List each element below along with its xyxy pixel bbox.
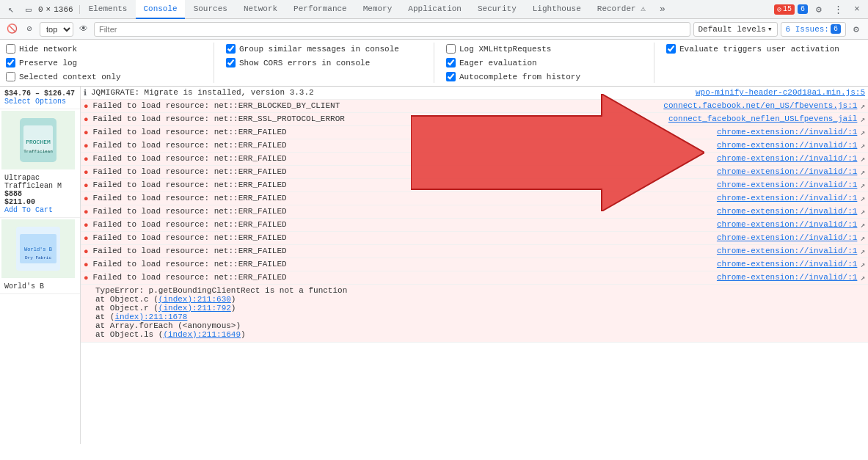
clear-console-button[interactable]: 🚫 [4,22,19,37]
link-icon-5[interactable]: ↗ [860,154,865,164]
log-xml-checkbox[interactable] [446,44,456,54]
tab-sources[interactable]: Sources [186,0,235,19]
cursor-icon[interactable]: ↖ [3,1,19,18]
link-icon-13[interactable]: ↗ [860,260,865,269]
stack-trace-line-1: at Object.c ((index):211:630) [95,295,865,304]
console-row-err-10: ● Failed to load resource: net::ERR_FAIL… [81,219,868,232]
tab-elements[interactable]: Elements [81,0,135,19]
tab-recorder[interactable]: Recorder ⚠ [590,0,653,19]
console-toolbar: 🚫 ⊘ top 👁 Default levels ▾ 6 Issues: 6 ⚙ [0,19,868,40]
console-row-err-3: ● Failed to load resource: net::ERR_FAIL… [81,126,868,139]
product-image-1: PROCHEM Trafficlean [1,111,75,169]
svg-text:Trafficlean: Trafficlean [23,149,53,154]
err-source-9[interactable]: chrome-extension://invalid/:1 [717,207,857,216]
more-tabs-button[interactable]: » [654,1,671,18]
filter-input[interactable] [94,22,690,37]
selected-context-label[interactable]: Selected context only [19,73,121,81]
tab-security[interactable]: Security [470,0,524,19]
eval-triggers-label[interactable]: Evaluate triggers user activation [679,45,839,54]
tab-memory[interactable]: Memory [356,0,400,19]
link-icon-10[interactable]: ↗ [860,220,865,230]
show-cors-label[interactable]: Show CORS errors in console [239,59,370,67]
issues-button[interactable]: 6 Issues: 6 [781,22,846,37]
eager-eval-checkbox[interactable] [446,58,456,67]
link-icon-6[interactable]: ↗ [860,167,865,177]
link-icon-12[interactable]: ↗ [860,247,865,256]
console-row-err-6: ● Failed to load resource: net::ERR_FAIL… [81,166,868,179]
message-badge[interactable]: 6 [798,4,808,14]
err-message-8: Failed to load resource: net::ERR_FAILED [93,194,717,202]
link-icon-14[interactable]: ↗ [860,273,865,282]
autocomplete-checkbox[interactable] [446,72,456,81]
select-options-button[interactable]: Select Options [4,98,76,106]
eye-icon[interactable]: 👁 [76,22,91,37]
link-icon-1[interactable]: ↗ [860,101,865,111]
options-divider-3 [654,43,654,83]
group-similar-checkbox[interactable] [226,44,236,54]
log-xml-label[interactable]: Log XMLHttpRequests [459,45,551,54]
err-source-10[interactable]: chrome-extension://invalid/:1 [717,220,857,229]
hide-network-label[interactable]: Hide network [19,45,77,54]
show-cors-checkbox[interactable] [226,58,236,67]
err-source-7[interactable]: chrome-extension://invalid/:1 [717,180,857,189]
selected-context-option: Selected context only [6,70,202,83]
err-message-4: Failed to load resource: net::ERR_FAILED [93,141,717,150]
tab-performance[interactable]: Performance [286,0,354,19]
close-devtools-button[interactable]: × [849,1,865,18]
stack-link-2[interactable]: (index):211:792 [158,304,231,313]
err-source-8[interactable]: chrome-extension://invalid/:1 [717,194,857,202]
group-similar-label[interactable]: Group similar messages in console [239,45,399,54]
preserve-log-checkbox[interactable] [6,58,15,67]
err-source-12[interactable]: chrome-extension://invalid/:1 [717,247,857,255]
facebook-source[interactable]: connect.facebook.net/en_US/fbevents.js:1 [663,101,857,110]
filter-toggle-button[interactable]: ⊘ [22,22,37,37]
err-source-13[interactable]: chrome-extension://invalid/:1 [717,260,857,269]
link-icon-11[interactable]: ↗ [860,233,865,243]
product-price-2: $888 [4,190,76,198]
product-name-1: Ultrapac Trafficlean M [4,174,76,190]
message-count: 6 [800,5,805,13]
add-cart-button[interactable]: Add To Cart [4,206,76,214]
tab-lighthouse[interactable]: Lighthouse [525,0,588,19]
tab-console[interactable]: Console [136,0,184,19]
more-options-icon[interactable]: ⋮ [830,1,846,18]
tab-network[interactable]: Network [236,0,285,19]
stack-link-3[interactable]: index):211:1678 [114,313,187,321]
link-icon-9[interactable]: ↗ [860,207,865,216]
console-area: ℹ JQMIGRATE: Migrate is installed, versi… [81,87,868,444]
mobile-icon[interactable]: ▭ [21,1,37,18]
svg-text:World's B: World's B [24,247,52,252]
eager-eval-option: Eager evaluation [446,56,642,69]
error-icon-10: ● [84,221,89,230]
settings-icon[interactable]: ⚙ [811,1,827,18]
link-icon-7[interactable]: ↗ [860,180,865,190]
error-badge[interactable]: ⊘ 15 [774,4,795,15]
err-source-3[interactable]: chrome-extension://invalid/:1 [717,128,857,136]
link-icon-2[interactable]: ↗ [860,114,865,124]
tab-application[interactable]: Application [401,0,469,19]
selected-context-checkbox[interactable] [6,72,15,81]
err-source-6[interactable]: chrome-extension://invalid/:1 [717,167,857,176]
link-icon-3[interactable]: ↗ [860,128,865,137]
error-icon-14: ● [84,274,89,282]
jqmigrate-source[interactable]: wpo-minify-header-c20d18a1.min.js:5 [696,88,865,97]
err-source-14[interactable]: chrome-extension://invalid/:1 [717,273,857,282]
link-icon-8[interactable]: ↗ [860,194,865,203]
eager-eval-label[interactable]: Eager evaluation [459,59,537,67]
context-select[interactable]: top [40,22,73,37]
product-item-2: Ultrapac Trafficlean M $888 $211.00 Add … [0,171,80,218]
eval-triggers-checkbox[interactable] [666,44,676,54]
default-levels-button[interactable]: Default levels ▾ [693,22,778,37]
err-message-3: Failed to load resource: net::ERR_FAILED [93,128,717,136]
stack-link-1[interactable]: (index):211:630 [158,295,231,304]
link-icon-4[interactable]: ↗ [860,141,865,150]
autocomplete-label[interactable]: Autocomplete from history [459,73,580,81]
ssl-source[interactable]: connect_facebook_neflen_USLfpevens_jail [668,114,857,123]
err-source-11[interactable]: chrome-extension://invalid/:1 [717,233,857,242]
preserve-log-label[interactable]: Preserve log [19,59,77,67]
console-settings-icon[interactable]: ⚙ [849,22,864,37]
stack-link-5[interactable]: (index):211:1649 [163,330,241,339]
err-source-4[interactable]: chrome-extension://invalid/:1 [717,141,857,150]
err-source-5[interactable]: chrome-extension://invalid/:1 [717,154,857,163]
hide-network-checkbox[interactable] [6,44,15,54]
